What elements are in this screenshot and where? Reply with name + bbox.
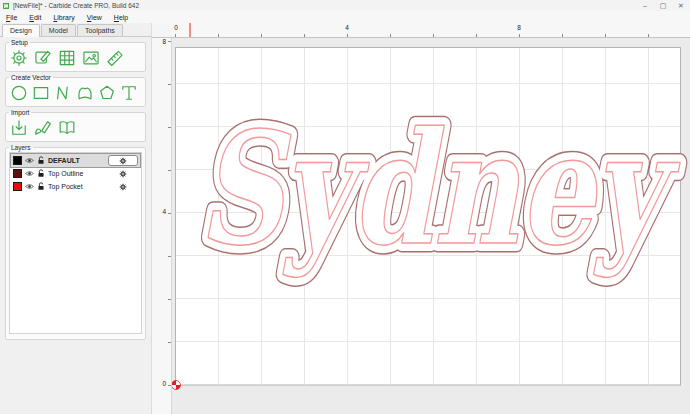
v-ruler-label: 8 — [154, 38, 166, 45]
title-bar: C [NewFile]* - Carbide Create PRO, Build… — [0, 0, 690, 11]
menu-help[interactable]: Help — [108, 14, 134, 21]
text-tool-icon[interactable] — [119, 82, 139, 103]
curve-tool-icon[interactable] — [75, 82, 95, 103]
image-icon[interactable] — [81, 47, 101, 68]
ruler-corner — [152, 23, 172, 38]
close-button[interactable]: ✕ — [672, 0, 690, 11]
ruler-icon[interactable] — [105, 47, 125, 68]
eye-icon[interactable] — [25, 183, 34, 191]
origin-marker[interactable] — [172, 381, 181, 390]
grid-icon[interactable] — [57, 47, 77, 68]
horizontal-ruler: 0 4 8 — [172, 23, 690, 38]
polyline-tool-icon[interactable] — [53, 82, 73, 103]
eye-icon[interactable] — [25, 170, 34, 178]
create-vector-section: Create Vector — [5, 74, 146, 107]
layers-label: Layers — [9, 144, 33, 151]
create-vector-label: Create Vector — [9, 74, 53, 81]
polygon-tool-icon[interactable] — [97, 82, 117, 103]
layer-settings-button[interactable] — [108, 155, 138, 166]
menu-file[interactable]: File — [0, 14, 23, 21]
menu-edit[interactable]: Edit — [23, 14, 47, 21]
layer-row-default[interactable]: DEFAULT — [11, 154, 140, 167]
menu-view[interactable]: View — [81, 14, 108, 21]
edit-note-icon[interactable] — [33, 47, 53, 68]
menu-library[interactable]: Library — [47, 14, 80, 21]
unlock-icon[interactable] — [37, 182, 45, 192]
rectangle-tool-icon[interactable] — [31, 82, 51, 103]
design-outline-inner[interactable]: Sydney — [198, 97, 680, 280]
v-ruler-label: 0 — [154, 380, 166, 387]
h-ruler-label: 0 — [172, 24, 180, 31]
canvas-svg: Sydney Sydney Sydney — [172, 38, 690, 414]
tab-model[interactable]: Model — [41, 24, 76, 36]
v-ruler-label: 4 — [154, 208, 166, 215]
layer-list: DEFAULT Top Outline — [9, 152, 142, 334]
import-section: Import — [5, 109, 146, 142]
tab-design[interactable]: Design — [2, 24, 40, 37]
layer-name: Top Outline — [48, 170, 83, 177]
layer-color-swatch[interactable] — [13, 156, 22, 165]
layer-name: Top Pocket — [48, 183, 83, 190]
layer-color-swatch[interactable] — [13, 182, 22, 191]
trace-image-icon[interactable] — [33, 117, 53, 138]
design-panel: Design Model Toolpaths Setup — [0, 23, 152, 414]
layer-row-top-pocket[interactable]: Top Pocket — [11, 180, 140, 193]
panel-tabs: Design Model Toolpaths — [0, 23, 151, 37]
layer-settings-button[interactable] — [108, 168, 138, 179]
layer-row-top-outline[interactable]: Top Outline — [11, 167, 140, 180]
unlock-icon[interactable] — [37, 169, 45, 179]
design-canvas[interactable]: Sydney Sydney Sydney — [172, 38, 690, 414]
cursor-position-marker — [189, 23, 191, 37]
app-icon: C — [3, 3, 9, 9]
eye-icon[interactable] — [25, 157, 34, 165]
window-title: [NewFile]* - Carbide Create PRO, Build 6… — [13, 2, 139, 9]
library-book-icon[interactable] — [57, 117, 77, 138]
layers-section: Layers DEFAULT — [5, 144, 146, 340]
import-file-icon[interactable] — [9, 117, 29, 138]
setup-section: Setup — [5, 39, 146, 72]
minimize-button[interactable]: – — [636, 0, 654, 11]
job-setup-gear-icon[interactable] — [9, 47, 29, 68]
layer-name: DEFAULT — [48, 157, 80, 164]
setup-label: Setup — [9, 39, 30, 46]
circle-tool-icon[interactable] — [9, 82, 29, 103]
unlock-icon[interactable] — [37, 156, 45, 166]
layer-settings-button[interactable] — [108, 181, 138, 192]
maximize-button[interactable]: ▢ — [654, 0, 672, 11]
layer-color-swatch[interactable] — [13, 169, 22, 178]
import-label: Import — [9, 109, 31, 116]
h-ruler-label: 4 — [343, 24, 351, 31]
vertical-ruler: 8 4 0 — [152, 38, 172, 414]
tab-toolpaths[interactable]: Toolpaths — [77, 24, 123, 36]
menu-bar: File Edit Library View Help — [0, 11, 690, 23]
h-ruler-label: 8 — [515, 24, 523, 31]
